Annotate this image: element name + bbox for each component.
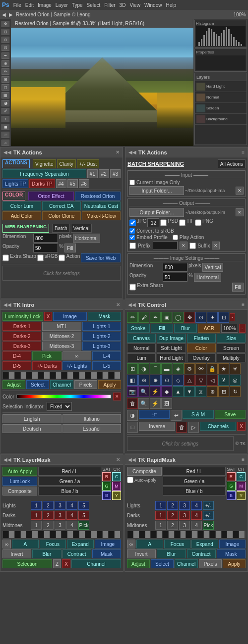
rm-mid-3[interactable]: 3 [179,521,190,530]
adjust-rm-btn[interactable]: Adjust [127,559,150,568]
darks-tp-btn[interactable]: Darks TP [29,179,55,188]
eyedropper-tool[interactable]: ✒ [1,52,9,59]
a-lm-btn[interactable]: A [12,540,38,548]
icon-lasso[interactable]: ⊙ [195,312,206,323]
italiano-btn[interactable]: Italiano [62,414,122,423]
icon-rotate[interactable]: ↻ [230,386,241,397]
darks1-btn[interactable]: Darks-1 [2,322,41,331]
tif-cb[interactable] [179,218,186,227]
lum-lock-btn-lm[interactable]: LumLock [2,477,37,486]
red-l-btn-rm[interactable]: Red / L [163,467,226,476]
color-g-lm[interactable]: G [102,482,111,491]
suffix-cb[interactable] [189,243,196,249]
save-web-btn[interactable]: Save for Web [81,253,121,262]
vertical-btn-right[interactable]: Vertical [202,263,224,272]
icon-triangle-up[interactable]: ▲ [173,386,184,397]
midtones-2-btn[interactable]: 2 [43,521,54,530]
menu-edit[interactable]: Edit [25,2,34,8]
normal-btn[interactable]: Normal [127,344,156,352]
icon-diamond[interactable]: ◆ [161,386,172,397]
icon-move-arrows[interactable]: ✥ [184,312,195,323]
img-dim-input[interactable] [163,263,187,272]
color-m-lm[interactable]: M [112,482,121,491]
prefix-input[interactable] [153,241,178,250]
tka-left-close[interactable]: ✕ [116,149,120,155]
rm-mid-2[interactable]: 2 [167,521,178,530]
dup-image-btn[interactable]: Dup Image [157,334,186,343]
icon-add-layer[interactable]: △ [184,375,195,386]
icon-star[interactable]: ★ [218,363,229,374]
rm-lights-pm[interactable]: +/- [203,501,214,510]
blur-rm-btn[interactable]: Blur [157,549,186,558]
icon-magic-wand[interactable]: ✦ [207,312,218,323]
darks-3-btn[interactable]: 3 [55,511,65,520]
english-btn[interactable]: English [2,414,62,423]
contract-lm-btn[interactable]: Contract [62,549,91,558]
l4-btn[interactable]: L-4 [92,351,121,360]
color-c-rm[interactable]: C [237,472,246,481]
move-tool[interactable]: ✥ [1,21,9,27]
rm-mid-1[interactable]: 1 [155,521,166,530]
lights3-btn[interactable]: Lights-3 [82,342,121,350]
red-l-btn-lm[interactable]: Red / L [38,467,101,476]
icon-circle[interactable]: ◯ [173,312,184,323]
blur-btn-ctrl[interactable]: Blur [174,324,197,333]
action-cb[interactable] [59,253,65,262]
midtones-pick-btn[interactable]: Pick [78,521,89,530]
icon-brush[interactable]: 🖌 [138,312,149,323]
midtones-4-btn[interactable]: 4 [66,521,77,530]
select-btn-intro[interactable]: Select [26,380,49,389]
mask-lm-btn[interactable]: Mask [92,549,121,558]
menu-image[interactable]: Image [38,2,52,8]
tk-control-nav[interactable]: ◀◀ [128,302,136,307]
menu-type[interactable]: Type [72,2,83,8]
fill-btn-right[interactable]: Fill [232,283,244,292]
adjust-btn[interactable]: Adjust [2,380,25,389]
output-clear-btn[interactable]: ✕ [236,208,244,216]
midtones3-btn[interactable]: Midtones-3 [42,342,81,350]
screen-btn[interactable]: Screen [217,344,246,352]
tk-intro-close[interactable]: ✕ [116,302,120,307]
magnify-icon[interactable]: 🔍 [138,398,149,409]
hash2-btn[interactable]: #2 [99,169,109,178]
extra-sharp-cb[interactable] [2,253,9,262]
prefix-clear-btn[interactable]: ✕ [180,242,187,249]
zoom-tool[interactable]: ⌕ [1,140,9,146]
color-c-lm[interactable]: C [112,472,121,481]
lights-4-btn[interactable]: 4 [66,501,77,510]
image-icon[interactable]: 🖼 [161,398,172,409]
hash4-btn[interactable]: #4 [56,179,66,188]
image-btn[interactable]: Image [53,312,86,321]
vertical-btn-left[interactable]: Vertical [71,224,92,233]
color-g-rm[interactable]: G [227,482,236,491]
mt1-btn[interactable]: MT1 [42,322,81,331]
lightning-icon[interactable]: ⚡ [150,398,161,409]
trash-icon2[interactable]: 🗑 [176,422,187,433]
hash3-btn[interactable]: #3 [110,169,121,178]
menu-window[interactable]: Window [144,2,162,8]
sm-btn[interactable]: S & M [183,410,213,419]
triangle-icon[interactable]: ▷ [188,422,199,433]
lights2-btn[interactable]: Lights-2 [82,332,121,341]
trash-icon[interactable]: 🗑 [127,398,138,409]
green-a-btn-lm[interactable]: Green / a [38,477,101,486]
icon-eye[interactable]: 👁 [195,363,206,374]
acr-btn[interactable]: ACR [198,324,221,333]
restored-orton-btn[interactable]: Restored Orton [75,192,121,200]
rm-darks-2[interactable]: 2 [167,511,178,520]
input-clear-btn[interactable]: ✕ [236,187,244,195]
fill-btn-left[interactable]: Fill [64,244,76,252]
tk-rm-nav[interactable]: ◀◀ [128,457,136,462]
color-b-rm[interactable]: B [227,491,236,500]
x-lm-btn[interactable]: X [62,559,70,568]
input-folder-btn[interactable]: Input Folder... [129,186,184,195]
orton-btn[interactable]: Orton Effect [28,192,74,200]
midtones-1-btn[interactable]: 1 [31,521,42,530]
apply-btn[interactable]: Apply [98,380,121,389]
image-lm-btn[interactable]: Image [95,540,121,548]
icon-sun[interactable]: ☀ [230,363,241,374]
dust-btn[interactable]: +/- Dust [77,159,99,168]
layer-row-normal[interactable]: Normal [195,92,247,103]
batch-btn[interactable]: Batch [52,224,70,233]
darks2-btn[interactable]: Darks-2 [2,332,41,341]
